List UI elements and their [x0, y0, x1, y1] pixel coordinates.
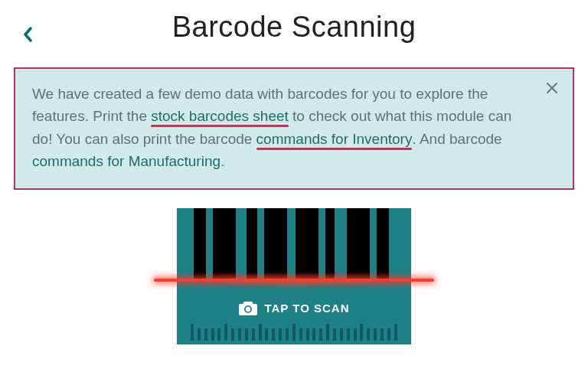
scanner-area: TAP TO SCAN — [0, 208, 588, 344]
chevron-left-icon — [22, 27, 34, 42]
link-stock-barcodes-sheet[interactable]: stock barcodes sheet — [151, 108, 289, 124]
info-box: We have created a few demo data with bar… — [14, 67, 574, 190]
link-commands-inventory[interactable]: commands for Inventory — [256, 131, 413, 147]
info-text-part: . And barcode — [412, 131, 501, 147]
info-close-button[interactable] — [542, 78, 562, 98]
page-title: Barcode Scanning — [172, 11, 416, 44]
tap-to-scan-button[interactable]: TAP TO SCAN — [177, 208, 411, 344]
back-button[interactable] — [17, 23, 40, 46]
header: Barcode Scanning — [0, 0, 588, 54]
link-commands-manufacturing[interactable]: commands for Manufacturing — [32, 153, 220, 169]
screen: Barcode Scanning We have created a few d… — [0, 0, 588, 385]
close-icon — [547, 83, 557, 93]
info-text: We have created a few demo data with bar… — [32, 83, 527, 173]
barcode-ticks — [177, 324, 411, 341]
info-text-part: . — [220, 153, 224, 169]
tap-to-scan-label: TAP TO SCAN — [264, 302, 349, 315]
camera-icon — [238, 300, 258, 317]
barcode-graphic — [177, 208, 411, 282]
tap-row: TAP TO SCAN — [177, 300, 411, 317]
svg-point-1 — [246, 307, 250, 312]
